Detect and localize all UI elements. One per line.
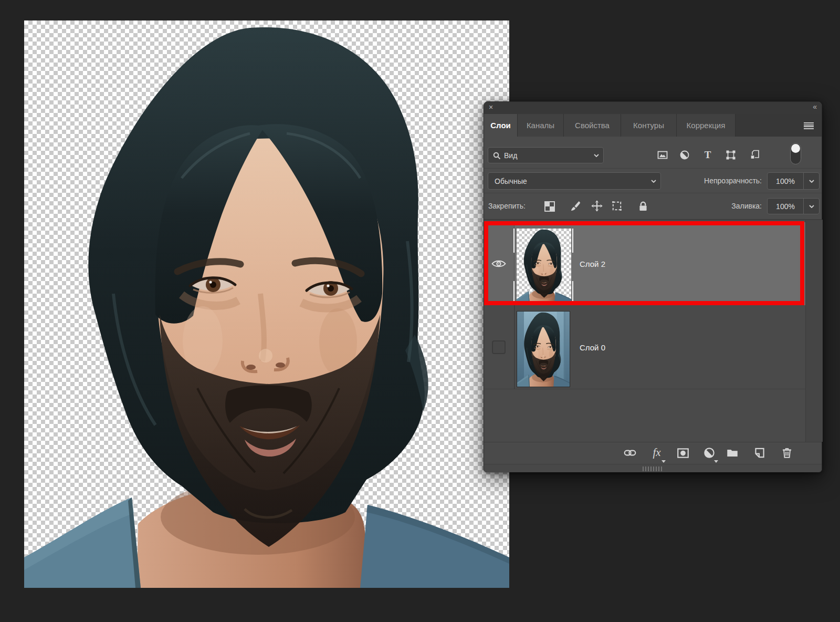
annotation-highlight-frame: [484, 221, 804, 305]
layer-name[interactable]: Слой 0: [580, 343, 605, 351]
panel-titlebar: × «: [484, 102, 822, 114]
photoshop-workspace: × « Слои Каналы Свойства Контуры Коррекц…: [0, 0, 840, 622]
chevron-down-icon: [809, 180, 814, 183]
visibility-checkbox-empty[interactable]: [492, 340, 506, 354]
caret-down-icon: [714, 460, 718, 463]
adjustment-layers-icon[interactable]: [679, 149, 690, 161]
filter-kind-select[interactable]: Вид: [488, 147, 604, 163]
visibility-column: [484, 305, 514, 389]
search-icon: [492, 151, 501, 160]
toggle-knob: [791, 144, 800, 153]
fill-label: Заливка:: [731, 202, 762, 210]
fill-input[interactable]: 100%: [767, 198, 820, 214]
layer-thumbnail-image: [517, 312, 570, 387]
smart-object-icon[interactable]: [749, 149, 761, 161]
tab-layers[interactable]: Слои: [484, 114, 518, 137]
lock-position-icon[interactable]: [591, 200, 603, 212]
tab-channels[interactable]: Каналы: [518, 114, 564, 137]
layers-panel: × « Слои Каналы Свойства Контуры Коррекц…: [484, 101, 822, 472]
new-layer-icon[interactable]: [753, 446, 766, 460]
layer-row-sloy-0[interactable]: Слой 0: [484, 305, 805, 389]
shape-layers-icon[interactable]: [725, 149, 737, 161]
delete-layer-icon[interactable]: [780, 446, 794, 460]
tab-paths[interactable]: Контуры: [621, 114, 677, 137]
new-group-icon[interactable]: [726, 446, 739, 460]
caret-down-icon: [662, 460, 666, 463]
fill-value: 100%: [768, 199, 803, 214]
fill-dropdown-button[interactable]: [803, 199, 819, 214]
chevron-down-icon: [809, 205, 814, 208]
filter-kind-value: Вид: [504, 151, 517, 160]
panel-tabbar: Слои Каналы Свойства Контуры Коррекция: [484, 114, 822, 137]
portrait-cutout-image: [24, 20, 509, 588]
chevron-down-icon: [651, 180, 656, 183]
filter-toggle[interactable]: [790, 143, 801, 164]
type-layers-icon[interactable]: T: [702, 149, 713, 161]
add-mask-icon[interactable]: [676, 446, 690, 460]
opacity-input[interactable]: 100%: [767, 172, 820, 190]
link-layers-icon[interactable]: [623, 446, 637, 460]
opacity-dropdown-button[interactable]: [803, 173, 819, 189]
blend-mode-value: Обычные: [495, 177, 527, 185]
tab-adjustments[interactable]: Коррекция: [677, 114, 736, 137]
opacity-label: Непрозрачность:: [704, 177, 762, 185]
lock-transparency-icon[interactable]: [543, 200, 556, 213]
pixel-layers-icon[interactable]: [657, 149, 668, 161]
chevron-down-icon: [594, 154, 599, 157]
lock-artboard-icon[interactable]: [611, 200, 623, 212]
new-adjustment-icon[interactable]: [702, 446, 716, 460]
lock-label: Закрепить:: [488, 202, 526, 210]
close-icon[interactable]: ×: [489, 103, 493, 111]
layers-list: Слой 2 Слой 0: [484, 220, 823, 442]
lock-row: Закрепить:: [484, 193, 822, 220]
blend-row: Обычные Непрозрачность: 100%: [484, 169, 822, 193]
layers-footer-toolbar: fx: [484, 442, 822, 464]
blend-mode-select[interactable]: Обычные: [488, 172, 661, 190]
panel-resize-grip[interactable]: [643, 466, 664, 471]
panel-gutter: [805, 220, 823, 442]
filter-row: Вид T: [484, 137, 822, 169]
panel-bottom-edge: [484, 464, 822, 472]
opacity-value: 100%: [768, 173, 803, 189]
tab-properties[interactable]: Свойства: [564, 114, 621, 137]
collapse-icon[interactable]: «: [813, 102, 816, 111]
layer-style-icon[interactable]: fx: [650, 446, 664, 460]
lock-all-icon[interactable]: [637, 200, 649, 212]
lock-pixels-icon[interactable]: [569, 200, 581, 212]
document-canvas[interactable]: [24, 20, 509, 588]
layer-thumbnail[interactable]: [517, 311, 570, 387]
panel-menu-icon[interactable]: [804, 122, 814, 129]
